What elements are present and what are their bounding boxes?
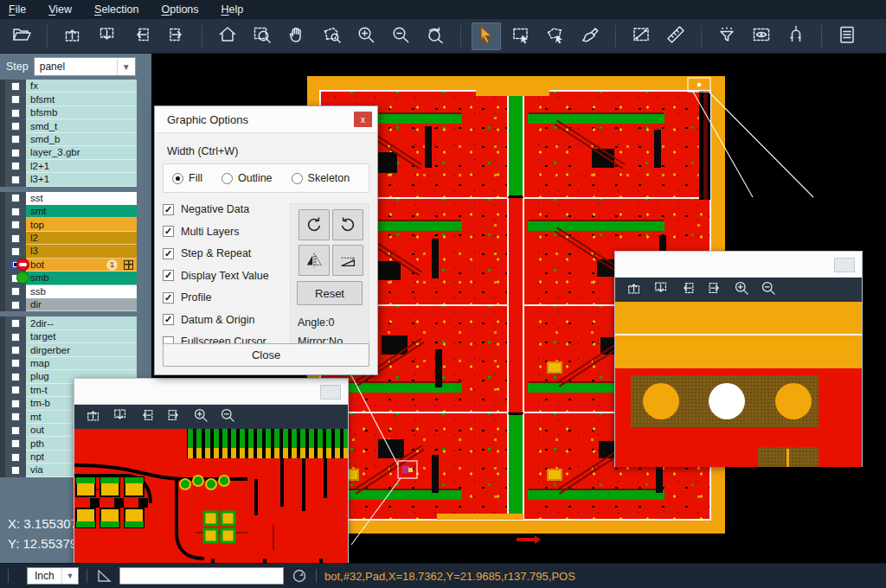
layer-checkbox[interactable] (11, 412, 20, 421)
radio-skeleton[interactable]: Skeleton (292, 172, 350, 184)
dialog-titlebar[interactable]: Graphic Options x (155, 106, 377, 133)
menu-file[interactable]: File (9, 3, 26, 16)
pan-up-button[interactable] (58, 22, 87, 50)
layer-checkbox[interactable] (11, 426, 20, 435)
zoom-in-button[interactable] (351, 22, 381, 50)
layer-checkbox[interactable] (11, 234, 20, 243)
reset-button[interactable]: Reset (297, 281, 363, 305)
report-button[interactable] (832, 22, 862, 50)
checkbox-profile[interactable]: ✓Profile (163, 291, 290, 304)
pan-left-icon[interactable] (679, 279, 697, 300)
layer-checkbox[interactable] (11, 208, 20, 216)
zoom-in-icon[interactable] (192, 406, 209, 427)
layer-checkbox[interactable] (11, 333, 20, 342)
select-tool-button[interactable] (472, 22, 501, 50)
layer-row-bfsmt[interactable]: bfsmt (0, 93, 151, 105)
layer-checkbox[interactable] (11, 439, 20, 448)
zoom-in-icon[interactable] (733, 279, 750, 300)
layer-row-sst[interactable]: sst (0, 192, 151, 205)
layer-row-2dir--[interactable]: 2dir-- (0, 316, 151, 329)
open-file-button[interactable] (7, 22, 36, 50)
command-input[interactable] (119, 567, 284, 585)
snap-angle-icon[interactable] (95, 567, 112, 585)
layer-checkbox[interactable] (11, 109, 20, 118)
pan-down-button[interactable] (93, 22, 122, 50)
measure-button[interactable] (626, 22, 656, 50)
layer-row-smb[interactable]: smb (0, 272, 151, 284)
pan-up-icon[interactable] (85, 406, 102, 427)
layer-row-dirgerber[interactable]: dirgerber (0, 343, 151, 356)
rotate-ccw-button[interactable] (332, 209, 363, 240)
layer-checkbox[interactable] (11, 176, 20, 184)
layer-row-layer_3.gbr[interactable]: layer_3.gbr (0, 146, 151, 159)
layer-row-fx[interactable]: fx (0, 80, 151, 93)
zoom-previous-button[interactable] (421, 22, 450, 50)
checkbox-step-repeat[interactable]: ✓Step & Repeat (163, 247, 290, 259)
refresh-icon[interactable] (291, 567, 308, 585)
close-icon[interactable]: x (354, 112, 372, 127)
grid-icon[interactable] (124, 260, 133, 270)
pan-right-icon[interactable] (706, 279, 723, 300)
layer-checkbox[interactable] (11, 135, 20, 144)
zoom-home-button[interactable] (213, 22, 242, 50)
layer-checkbox[interactable] (11, 466, 20, 475)
layer-row-target[interactable]: target (0, 330, 151, 343)
layer-checkbox[interactable] (11, 82, 20, 91)
zoom-inset-left-titlebar[interactable] (74, 379, 348, 405)
layer-row-l3+1[interactable]: l3+1 (0, 173, 151, 186)
layer-row-map[interactable]: map (0, 357, 151, 370)
layer-checkbox[interactable] (11, 373, 20, 381)
snap-button[interactable] (781, 22, 811, 50)
layer-checkbox[interactable] (11, 359, 20, 368)
layer-row-smd_t[interactable]: smd_t (0, 119, 151, 132)
layer-checkbox[interactable] (11, 346, 20, 355)
rotate-cw-button[interactable] (299, 209, 330, 240)
menu-view[interactable]: View (48, 3, 72, 16)
radio-outline[interactable]: Outline (222, 172, 273, 184)
rect-select-button[interactable] (506, 22, 536, 50)
ruler-button[interactable] (661, 22, 690, 50)
layer-checkbox[interactable] (11, 453, 20, 462)
layer-checkbox[interactable] (11, 220, 20, 229)
radio-fill[interactable]: Fill (172, 172, 202, 184)
menu-help[interactable]: Help (222, 3, 244, 16)
layer-checkbox[interactable] (11, 301, 20, 310)
zoom-out-icon[interactable] (219, 406, 236, 427)
checkbox-datum-origin[interactable]: ✓Datum & Origin (163, 314, 290, 326)
filter-button[interactable] (712, 22, 742, 50)
layer-checkbox[interactable] (11, 399, 20, 408)
zoom-object-button[interactable] (317, 22, 346, 50)
pan-left-button[interactable] (127, 22, 157, 50)
pan-left-icon[interactable] (138, 406, 156, 427)
zoom-window-button[interactable] (247, 22, 277, 50)
layer-checkbox[interactable] (11, 149, 20, 157)
pan-down-icon[interactable] (112, 406, 129, 427)
mirror-vertical-button[interactable] (332, 245, 363, 276)
layer-checkbox[interactable] (11, 386, 20, 394)
pan-right-button[interactable] (162, 22, 191, 50)
zoom-inset-right-view[interactable] (615, 302, 862, 467)
layer-checkbox[interactable] (11, 194, 20, 202)
layer-row-l2+1[interactable]: l2+1 (0, 160, 151, 173)
layer-row-smt[interactable]: smt (0, 205, 151, 218)
layer-checkbox[interactable] (11, 287, 20, 296)
layer-checkbox[interactable] (11, 95, 20, 104)
pan-right-icon[interactable] (165, 406, 183, 427)
view-options-button[interactable] (747, 22, 776, 50)
step-select[interactable]: panel ▼ (34, 57, 136, 76)
checkbox-display-text-value[interactable]: ✓Display Text Value (163, 270, 290, 282)
layer-row-l2[interactable]: l2 (0, 232, 151, 245)
layer-row-bot[interactable]: bot1 (0, 259, 151, 272)
layer-row-top[interactable]: top (0, 218, 151, 231)
layer-row-ssb[interactable]: ssb (0, 285, 151, 298)
pan-up-icon[interactable] (626, 279, 643, 300)
close-button[interactable]: Close (163, 343, 369, 367)
layer-checkbox[interactable] (11, 122, 20, 131)
layer-checkbox[interactable] (11, 319, 20, 328)
poly-select-button[interactable] (541, 22, 570, 50)
mirror-horizontal-button[interactable] (299, 245, 330, 276)
layer-row-smd_b[interactable]: smd_b (0, 133, 151, 146)
chevron-down-icon[interactable]: ▼ (117, 58, 135, 75)
zoom-inset-right-titlebar[interactable] (615, 252, 862, 278)
layer-row-l3[interactable]: l3 (0, 245, 151, 258)
